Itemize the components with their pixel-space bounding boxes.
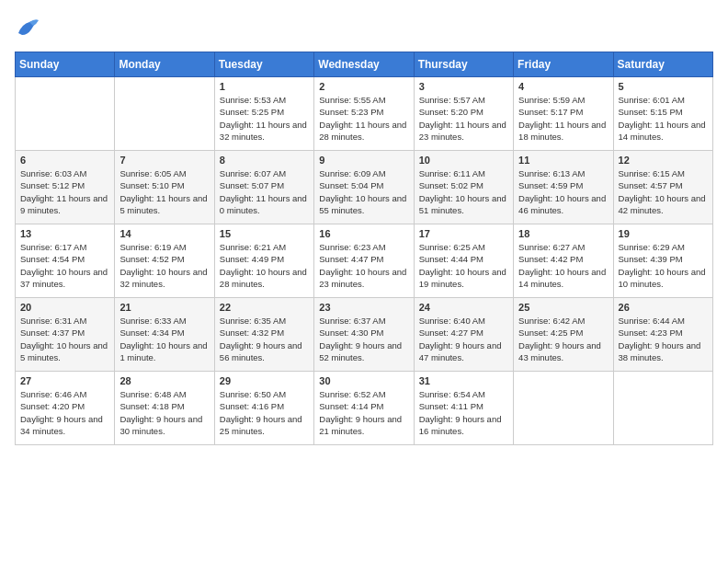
day-cell: 1Sunrise: 5:53 AMSunset: 5:25 PMDaylight… — [214, 77, 313, 151]
day-number: 22 — [220, 302, 309, 313]
day-cell — [514, 372, 613, 445]
day-info: Sunrise: 6:35 AMSunset: 4:32 PMDaylight:… — [220, 315, 309, 363]
day-info: Sunrise: 6:21 AMSunset: 4:49 PMDaylight:… — [220, 241, 309, 290]
day-info: Sunrise: 6:27 AMSunset: 4:42 PMDaylight:… — [518, 241, 608, 290]
day-info: Sunrise: 6:48 AMSunset: 4:18 PMDaylight:… — [119, 388, 209, 437]
day-cell: 17Sunrise: 6:25 AMSunset: 4:44 PMDayligh… — [414, 224, 513, 298]
day-info: Sunrise: 6:46 AMSunset: 4:20 PMDaylight:… — [20, 388, 109, 437]
calendar-body: 1Sunrise: 5:53 AMSunset: 5:25 PMDaylight… — [16, 77, 713, 445]
day-info: Sunrise: 6:03 AMSunset: 5:12 PMDaylight:… — [20, 167, 109, 216]
day-number: 19 — [619, 228, 708, 239]
day-number: 13 — [20, 228, 109, 239]
day-cell: 27Sunrise: 6:46 AMSunset: 4:20 PMDayligh… — [16, 372, 115, 445]
day-info: Sunrise: 6:11 AMSunset: 5:02 PMDaylight:… — [419, 167, 508, 216]
day-number: 5 — [619, 81, 708, 92]
day-info: Sunrise: 6:50 AMSunset: 4:16 PMDaylight:… — [220, 388, 309, 437]
day-number: 21 — [119, 302, 209, 313]
day-info: Sunrise: 6:15 AMSunset: 4:57 PMDaylight:… — [619, 167, 708, 216]
header-monday: Monday — [115, 52, 214, 77]
day-info: Sunrise: 6:05 AMSunset: 5:10 PMDaylight:… — [119, 167, 209, 216]
day-info: Sunrise: 6:01 AMSunset: 5:15 PMDaylight:… — [619, 94, 708, 143]
logo — [15, 15, 44, 40]
day-cell: 9Sunrise: 6:09 AMSunset: 5:04 PMDaylight… — [314, 151, 414, 224]
day-info: Sunrise: 6:29 AMSunset: 4:39 PMDaylight:… — [619, 241, 708, 290]
day-cell: 31Sunrise: 6:54 AMSunset: 4:11 PMDayligh… — [414, 372, 513, 445]
day-number: 30 — [319, 375, 408, 386]
day-info: Sunrise: 5:57 AMSunset: 5:20 PMDaylight:… — [419, 94, 508, 143]
logo-icon — [15, 15, 40, 40]
day-number: 14 — [119, 228, 209, 239]
day-cell: 10Sunrise: 6:11 AMSunset: 5:02 PMDayligh… — [414, 151, 513, 224]
week-row-1: 6Sunrise: 6:03 AMSunset: 5:12 PMDaylight… — [16, 151, 713, 224]
day-cell: 29Sunrise: 6:50 AMSunset: 4:16 PMDayligh… — [214, 372, 313, 445]
day-cell: 30Sunrise: 6:52 AMSunset: 4:14 PMDayligh… — [314, 372, 414, 445]
day-number: 12 — [619, 155, 708, 166]
day-number: 27 — [20, 375, 109, 386]
day-number: 7 — [119, 155, 209, 166]
day-info: Sunrise: 6:19 AMSunset: 4:52 PMDaylight:… — [119, 241, 209, 290]
day-cell: 7Sunrise: 6:05 AMSunset: 5:10 PMDaylight… — [115, 151, 214, 224]
day-number: 25 — [518, 302, 608, 313]
day-info: Sunrise: 6:37 AMSunset: 4:30 PMDaylight:… — [319, 315, 408, 363]
day-number: 6 — [20, 155, 109, 166]
day-cell — [115, 77, 214, 151]
header-row: SundayMondayTuesdayWednesdayThursdayFrid… — [16, 52, 713, 77]
day-number: 20 — [20, 302, 109, 313]
day-cell: 26Sunrise: 6:44 AMSunset: 4:23 PMDayligh… — [613, 298, 712, 372]
day-info: Sunrise: 6:13 AMSunset: 4:59 PMDaylight:… — [518, 167, 608, 216]
day-cell: 2Sunrise: 5:55 AMSunset: 5:23 PMDaylight… — [314, 77, 414, 151]
day-number: 11 — [518, 155, 608, 166]
day-number: 29 — [220, 375, 309, 386]
day-cell: 5Sunrise: 6:01 AMSunset: 5:15 PMDaylight… — [613, 77, 712, 151]
page-header — [15, 15, 713, 40]
day-cell: 3Sunrise: 5:57 AMSunset: 5:20 PMDaylight… — [414, 77, 513, 151]
calendar-header: SundayMondayTuesdayWednesdayThursdayFrid… — [16, 52, 713, 77]
week-row-2: 13Sunrise: 6:17 AMSunset: 4:54 PMDayligh… — [16, 224, 713, 298]
day-info: Sunrise: 6:33 AMSunset: 4:34 PMDaylight:… — [119, 315, 209, 363]
week-row-3: 20Sunrise: 6:31 AMSunset: 4:37 PMDayligh… — [16, 298, 713, 372]
day-number: 2 — [319, 81, 408, 92]
day-cell: 16Sunrise: 6:23 AMSunset: 4:47 PMDayligh… — [314, 224, 414, 298]
week-row-0: 1Sunrise: 5:53 AMSunset: 5:25 PMDaylight… — [16, 77, 713, 151]
day-info: Sunrise: 6:07 AMSunset: 5:07 PMDaylight:… — [220, 167, 309, 216]
day-info: Sunrise: 6:25 AMSunset: 4:44 PMDaylight:… — [419, 241, 508, 290]
day-cell: 21Sunrise: 6:33 AMSunset: 4:34 PMDayligh… — [115, 298, 214, 372]
day-number: 18 — [518, 228, 608, 239]
header-saturday: Saturday — [613, 52, 712, 77]
day-cell: 13Sunrise: 6:17 AMSunset: 4:54 PMDayligh… — [16, 224, 115, 298]
day-cell: 22Sunrise: 6:35 AMSunset: 4:32 PMDayligh… — [214, 298, 313, 372]
day-number: 26 — [619, 302, 708, 313]
day-cell: 11Sunrise: 6:13 AMSunset: 4:59 PMDayligh… — [514, 151, 613, 224]
day-number: 8 — [220, 155, 309, 166]
day-cell: 6Sunrise: 6:03 AMSunset: 5:12 PMDaylight… — [16, 151, 115, 224]
day-number: 3 — [419, 81, 508, 92]
day-info: Sunrise: 6:09 AMSunset: 5:04 PMDaylight:… — [319, 167, 408, 216]
day-cell: 12Sunrise: 6:15 AMSunset: 4:57 PMDayligh… — [613, 151, 712, 224]
day-info: Sunrise: 6:23 AMSunset: 4:47 PMDaylight:… — [319, 241, 408, 290]
day-info: Sunrise: 6:17 AMSunset: 4:54 PMDaylight:… — [20, 241, 109, 290]
day-number: 4 — [518, 81, 608, 92]
day-number: 15 — [220, 228, 309, 239]
day-info: Sunrise: 6:52 AMSunset: 4:14 PMDaylight:… — [319, 388, 408, 437]
day-number: 17 — [419, 228, 508, 239]
day-number: 24 — [419, 302, 508, 313]
day-cell: 25Sunrise: 6:42 AMSunset: 4:25 PMDayligh… — [514, 298, 613, 372]
day-info: Sunrise: 5:53 AMSunset: 5:25 PMDaylight:… — [220, 94, 309, 143]
day-cell: 28Sunrise: 6:48 AMSunset: 4:18 PMDayligh… — [115, 372, 214, 445]
day-info: Sunrise: 6:31 AMSunset: 4:37 PMDaylight:… — [20, 315, 109, 363]
day-cell: 14Sunrise: 6:19 AMSunset: 4:52 PMDayligh… — [115, 224, 214, 298]
day-cell: 23Sunrise: 6:37 AMSunset: 4:30 PMDayligh… — [314, 298, 414, 372]
day-cell: 19Sunrise: 6:29 AMSunset: 4:39 PMDayligh… — [613, 224, 712, 298]
day-cell: 8Sunrise: 6:07 AMSunset: 5:07 PMDaylight… — [214, 151, 313, 224]
day-cell: 18Sunrise: 6:27 AMSunset: 4:42 PMDayligh… — [514, 224, 613, 298]
day-info: Sunrise: 5:55 AMSunset: 5:23 PMDaylight:… — [319, 94, 408, 143]
day-info: Sunrise: 5:59 AMSunset: 5:17 PMDaylight:… — [518, 94, 608, 143]
day-cell: 4Sunrise: 5:59 AMSunset: 5:17 PMDaylight… — [514, 77, 613, 151]
day-number: 16 — [319, 228, 408, 239]
day-info: Sunrise: 6:54 AMSunset: 4:11 PMDaylight:… — [419, 388, 508, 437]
day-number: 9 — [319, 155, 408, 166]
day-number: 10 — [419, 155, 508, 166]
calendar-table: SundayMondayTuesdayWednesdayThursdayFrid… — [15, 52, 713, 445]
day-number: 31 — [419, 375, 508, 386]
day-cell: 24Sunrise: 6:40 AMSunset: 4:27 PMDayligh… — [414, 298, 513, 372]
